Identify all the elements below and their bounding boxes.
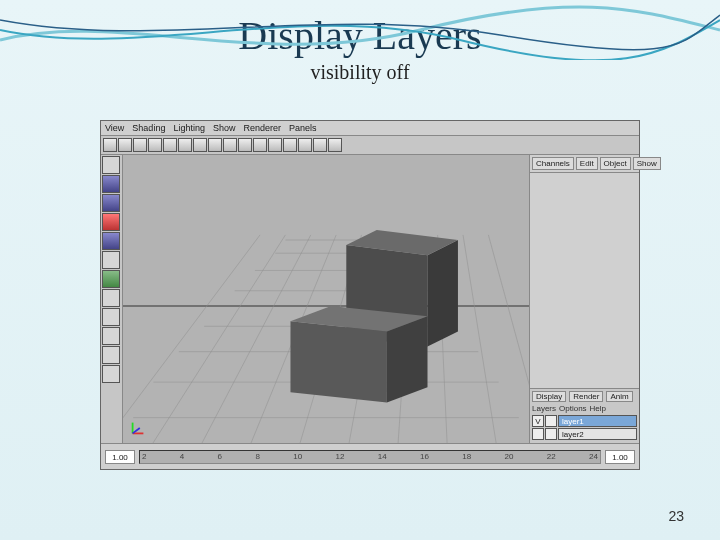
- layer-menu-help[interactable]: Help: [590, 404, 606, 413]
- layer-row[interactable]: V layer1: [532, 415, 637, 427]
- tool-last[interactable]: [102, 289, 120, 307]
- svg-line-1: [143, 235, 285, 443]
- tick: 8: [255, 452, 259, 461]
- channel-box[interactable]: [530, 173, 639, 388]
- shelf: [101, 136, 639, 155]
- shelf-icon[interactable]: [313, 138, 327, 152]
- layer-tabs: Display Render Anim: [532, 391, 637, 402]
- timeline: 1.00 2 4 6 8 10 12 14 16 18 20 22 24 1.0…: [101, 443, 639, 469]
- toolbox: [101, 155, 123, 443]
- tick: 16: [420, 452, 429, 461]
- shelf-icon[interactable]: [103, 138, 117, 152]
- layer-editor: Display Render Anim Layers Options Help …: [530, 388, 639, 443]
- tick: 22: [547, 452, 556, 461]
- shelf-icon[interactable]: [253, 138, 267, 152]
- layer-row[interactable]: layer2: [532, 428, 637, 440]
- slide-subtitle: visibility off: [0, 61, 720, 84]
- layer-visibility-toggle[interactable]: V: [532, 415, 544, 427]
- layer-name[interactable]: layer1: [558, 415, 637, 427]
- tool-select[interactable]: [102, 156, 120, 174]
- svg-marker-21: [428, 240, 458, 347]
- layer-tab-render[interactable]: Render: [569, 391, 603, 402]
- viewport-menubar: View Shading Lighting Show Renderer Pane…: [101, 121, 639, 136]
- shelf-icon[interactable]: [268, 138, 282, 152]
- tick: 20: [504, 452, 513, 461]
- layer-menu-options[interactable]: Options: [559, 404, 587, 413]
- view-single[interactable]: [102, 308, 120, 326]
- view-four[interactable]: [102, 327, 120, 345]
- menu-view[interactable]: View: [105, 123, 124, 133]
- layer-menu-layers[interactable]: Layers: [532, 404, 556, 413]
- tool-move[interactable]: [102, 175, 120, 193]
- shelf-icon[interactable]: [163, 138, 177, 152]
- menu-renderer[interactable]: Renderer: [243, 123, 281, 133]
- tick: 12: [335, 452, 344, 461]
- menu-panels[interactable]: Panels: [289, 123, 317, 133]
- tab-show[interactable]: Show: [633, 157, 661, 170]
- tool-paint[interactable]: [102, 270, 120, 288]
- view-outliner[interactable]: [102, 346, 120, 364]
- shelf-icon[interactable]: [283, 138, 297, 152]
- time-end-field[interactable]: 1.00: [605, 450, 635, 464]
- layer-type-toggle[interactable]: [545, 415, 557, 427]
- time-start-field[interactable]: 1.00: [105, 450, 135, 464]
- tab-edit[interactable]: Edit: [576, 157, 598, 170]
- layer-menu: Layers Options Help: [532, 404, 637, 413]
- shelf-icon[interactable]: [148, 138, 162, 152]
- viewport[interactable]: [123, 155, 529, 443]
- shelf-icon[interactable]: [178, 138, 192, 152]
- shelf-icon[interactable]: [328, 138, 342, 152]
- view-graph[interactable]: [102, 365, 120, 383]
- main-area: Channels Edit Object Show Display Render…: [101, 155, 639, 443]
- tool-rotate[interactable]: [102, 194, 120, 212]
- shelf-icon[interactable]: [208, 138, 222, 152]
- menu-lighting[interactable]: Lighting: [173, 123, 205, 133]
- svg-line-8: [463, 235, 499, 443]
- tab-channels[interactable]: Channels: [532, 157, 574, 170]
- tick: 2: [142, 452, 146, 461]
- svg-line-10: [488, 235, 529, 443]
- tool-manip[interactable]: [102, 232, 120, 250]
- shelf-icon[interactable]: [223, 138, 237, 152]
- tick: 6: [218, 452, 222, 461]
- menu-shading[interactable]: Shading: [132, 123, 165, 133]
- svg-marker-23: [290, 321, 386, 402]
- time-slider[interactable]: 2 4 6 8 10 12 14 16 18 20 22 24: [139, 450, 601, 464]
- shelf-icon[interactable]: [193, 138, 207, 152]
- tab-object[interactable]: Object: [600, 157, 631, 170]
- shelf-icon[interactable]: [118, 138, 132, 152]
- channelbox-tabs: Channels Edit Object Show: [530, 155, 639, 173]
- menu-show[interactable]: Show: [213, 123, 236, 133]
- page-number: 23: [668, 508, 684, 524]
- tick: 4: [180, 452, 184, 461]
- tool-scale[interactable]: [102, 213, 120, 231]
- viewport-scene: [123, 169, 529, 443]
- layer-type-toggle[interactable]: [545, 428, 557, 440]
- tool-lasso[interactable]: [102, 251, 120, 269]
- right-panel: Channels Edit Object Show Display Render…: [529, 155, 639, 443]
- layer-visibility-toggle[interactable]: [532, 428, 544, 440]
- scene-geometry: [290, 230, 457, 403]
- layer-name[interactable]: layer2: [558, 428, 637, 440]
- maya-window: View Shading Lighting Show Renderer Pane…: [100, 120, 640, 470]
- tick: 18: [462, 452, 471, 461]
- svg-line-9: [123, 235, 260, 443]
- shelf-icon[interactable]: [133, 138, 147, 152]
- shelf-icon[interactable]: [298, 138, 312, 152]
- axis-gizmo: [129, 419, 147, 437]
- layer-tab-anim[interactable]: Anim: [606, 391, 632, 402]
- tick: 10: [293, 452, 302, 461]
- layer-tab-display[interactable]: Display: [532, 391, 566, 402]
- tick: 14: [378, 452, 387, 461]
- shelf-icon[interactable]: [238, 138, 252, 152]
- tick: 24: [589, 452, 598, 461]
- slide-title: Display Layers: [0, 12, 720, 59]
